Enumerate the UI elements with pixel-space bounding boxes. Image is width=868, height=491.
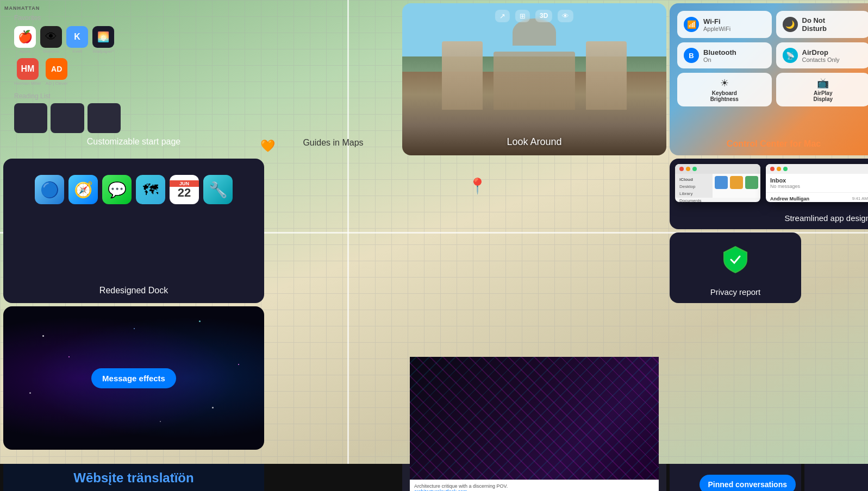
card-control-center-label: Control Center for Mac [676, 139, 868, 149]
website-translation-label: Wēbsįte tränslatïön [73, 470, 193, 486]
card-control-center: 📶 Wi-Fi AppleWiFi 🌙 Do Not Disturb B Blu… [670, 3, 868, 155]
card-dock-label: Redesigned Dock [99, 286, 168, 295]
pinned-conversations-bubble: Pinned conversations [700, 475, 796, 491]
card-privacy: Privacy report [670, 232, 801, 303]
message-effects-label: Message effects [102, 374, 165, 383]
card-message-effects: Message effects [3, 306, 264, 450]
card-maps: 📍 🧡 💚 MANHATTAN Guides in Maps [267, 3, 399, 155]
airdrop-label: AirDrop [802, 48, 840, 56]
card-dock: 🔵 🧭 💬 🗺 JUN 22 🔧 Redesigned Dock [3, 159, 264, 303]
card-app-design-label: Streamlined app design [784, 213, 868, 223]
card-maps-label: Guides in Maps [275, 138, 391, 148]
reading-list-label: Reading List [14, 92, 121, 100]
app-icon-kvell: K Kvell [66, 26, 88, 54]
card-start-page-label: Customizable start page [12, 137, 255, 147]
keyboard-brightness-label: KeyboardBrightness [710, 90, 739, 102]
app-icon-ad: AD AD | Clever [46, 58, 68, 86]
airdrop-subtitle: Contacts Only [802, 56, 840, 63]
browser-caption: Architecture critique with a discerning … [414, 483, 654, 489]
browser-caption-url: architecturaloutlook.com [414, 489, 654, 491]
bluetooth-label: Bluetooth [703, 48, 736, 56]
card-look-around: ↗ ⊞ 3D 👁 Look Around [402, 3, 666, 155]
card-app-design: iCloud Desktop Library Documents iCloud … [670, 159, 868, 229]
card-look-around-label: Look Around [410, 136, 659, 148]
favorites-label: Favorites [14, 14, 121, 22]
app-icon-apple: 🍎 Apple [14, 26, 36, 54]
app-icon-wallpaper: 🌅 Wallpaper* [92, 26, 114, 54]
card-privacy-label: Privacy report [710, 287, 761, 297]
app-icon-monocle: 👁 Monocle [40, 26, 62, 54]
app-icon-herman: HM Herman Miller [14, 58, 41, 86]
